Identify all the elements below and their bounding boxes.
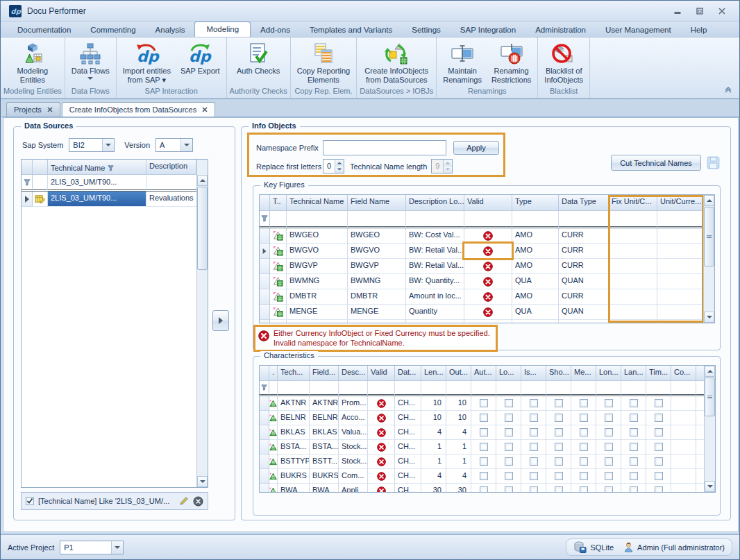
attribute-checkbox[interactable] <box>505 457 513 466</box>
spin-down-icon[interactable] <box>335 167 344 173</box>
attribute-checkbox[interactable] <box>630 472 638 480</box>
column-header[interactable]: Technical Name <box>287 195 348 211</box>
chevron-down-icon[interactable] <box>180 139 192 151</box>
unit-currency-cell[interactable] <box>657 289 703 305</box>
attribute-checkbox[interactable] <box>480 399 488 407</box>
spin-up-icon[interactable] <box>335 160 344 167</box>
attribute-checkbox[interactable] <box>505 428 513 436</box>
column-header[interactable]: Lo... <box>496 366 521 381</box>
fix-unit-cell[interactable] <box>609 259 657 274</box>
menu-tab-settings[interactable]: Settings <box>402 23 451 37</box>
column-header[interactable]: Lan... <box>621 366 646 381</box>
tab-close-icon[interactable] <box>202 105 208 114</box>
attribute-checkbox[interactable] <box>530 443 538 451</box>
apply-button[interactable]: Apply <box>453 141 499 155</box>
attribute-checkbox[interactable] <box>630 457 638 466</box>
filter-funnel-icon[interactable] <box>108 165 114 171</box>
attribute-checkbox[interactable] <box>605 414 613 422</box>
fix-unit-cell[interactable] <box>609 228 657 244</box>
transfer-right-button[interactable] <box>212 310 229 331</box>
attribute-checkbox[interactable] <box>605 486 613 493</box>
create-infoobjects-button[interactable]: Create InfoObjects from DataSources <box>361 39 432 86</box>
attribute-checkbox[interactable] <box>555 486 563 493</box>
attribute-checkbox[interactable] <box>480 486 488 493</box>
menu-tab-analysis[interactable]: Analysis <box>146 23 195 37</box>
column-header[interactable]: T.. <box>270 195 287 211</box>
attribute-checkbox[interactable] <box>505 414 513 422</box>
characteristic-row[interactable]: BELNR BELNR Acco... CH... 10 10 <box>260 411 715 425</box>
column-header[interactable]: Valid <box>464 195 512 211</box>
attribute-checkbox[interactable] <box>580 472 588 480</box>
key-figure-row[interactable]: NOPOS NOPOS Counter for St... NUM DEC <box>260 320 714 323</box>
fix-unit-cell[interactable] <box>609 289 657 305</box>
copy-reporting-elements-button[interactable]: Copy Reporting Elements <box>294 39 353 86</box>
scroll-down-arrow[interactable] <box>705 481 715 492</box>
active-project-combo[interactable]: P1 <box>60 541 124 554</box>
scroll-up-arrow[interactable] <box>197 175 208 186</box>
characteristic-row[interactable]: BKLAS BKLAS Valua... CH... 4 4 <box>260 425 715 440</box>
attribute-checkbox[interactable] <box>630 414 638 422</box>
namespace-prefix-input[interactable] <box>323 140 446 155</box>
key-figure-row[interactable]: BWGVP BWGVP BW: Retail Val... AMO CURR <box>260 259 714 274</box>
attribute-checkbox[interactable] <box>655 443 663 451</box>
column-header[interactable]: Sho... <box>546 366 571 381</box>
chevron-down-icon[interactable] <box>111 541 123 554</box>
column-header[interactable]: Desc... <box>339 366 368 381</box>
attribute-checkbox[interactable] <box>505 486 513 493</box>
fix-unit-cell[interactable] <box>609 320 657 323</box>
characteristic-row[interactable]: AKTNR AKTNR Prom... CH... 10 10 <box>260 396 715 411</box>
blacklist-infoobjects-button[interactable]: Blacklist of InfoObjects <box>541 39 587 86</box>
column-header[interactable]: . <box>269 366 278 381</box>
edit-filter-pencil-icon[interactable] <box>179 496 189 506</box>
attribute-checkbox[interactable] <box>555 443 563 451</box>
datasource-row[interactable]: 2LIS_03_UM/T90... Revaluations <box>22 192 208 207</box>
column-header[interactable]: Len... <box>421 366 446 381</box>
attribute-checkbox[interactable] <box>605 428 613 436</box>
chevron-down-icon[interactable] <box>102 139 114 151</box>
attribute-checkbox[interactable] <box>580 457 588 466</box>
attribute-checkbox[interactable] <box>480 428 488 436</box>
key-figure-row[interactable]: BWGVO BWGVO BW: Retail Val... AMO CURR <box>260 244 714 259</box>
unit-currency-cell[interactable] <box>657 244 703 259</box>
column-header[interactable]: Tim... <box>646 366 671 381</box>
close-button[interactable] <box>716 6 728 16</box>
datasource-table-scrollbar[interactable] <box>196 160 208 487</box>
attribute-checkbox[interactable] <box>580 414 588 422</box>
version-combo[interactable]: A <box>155 138 193 152</box>
attribute-checkbox[interactable] <box>555 428 563 436</box>
tab-close-icon[interactable] <box>47 105 53 114</box>
column-header[interactable]: Dat... <box>395 366 421 381</box>
scroll-up-arrow[interactable] <box>704 195 714 206</box>
cut-technical-names-button[interactable]: Cut Technical Names <box>611 155 701 171</box>
replace-first-letters-spinner[interactable]: 0 <box>323 159 344 173</box>
attribute-checkbox[interactable] <box>630 428 638 436</box>
attribute-checkbox[interactable] <box>655 457 663 466</box>
attribute-checkbox[interactable] <box>655 399 663 407</box>
attribute-checkbox[interactable] <box>530 414 538 422</box>
ribbon-collapse-chevron[interactable] <box>724 87 732 95</box>
column-header[interactable]: Tech... <box>278 366 310 381</box>
sap-system-combo[interactable]: BI2 <box>69 138 115 152</box>
import-entities-button[interactable]: dp Import entities from SAP ▾ <box>119 39 174 86</box>
fix-unit-cell[interactable] <box>609 244 657 259</box>
unit-currency-cell[interactable] <box>657 259 703 274</box>
attribute-checkbox[interactable] <box>605 472 613 480</box>
attribute-checkbox[interactable] <box>530 428 538 436</box>
scroll-down-arrow[interactable] <box>704 312 714 323</box>
key-figures-scrollbar[interactable] <box>703 195 714 323</box>
scrollbar-thumb[interactable] <box>705 377 715 416</box>
attribute-checkbox[interactable] <box>505 443 513 451</box>
data-flows-dropdown-arrow[interactable] <box>87 77 93 80</box>
attribute-checkbox[interactable] <box>580 428 588 436</box>
filter-technical-name-cell[interactable]: 2LIS_03_UM/T90... <box>48 175 146 192</box>
attribute-checkbox[interactable] <box>555 414 563 422</box>
column-header[interactable]: Field... <box>310 366 339 381</box>
attribute-checkbox[interactable] <box>630 486 638 493</box>
menu-tab-administration[interactable]: Administration <box>525 23 596 37</box>
column-header[interactable]: Aut... <box>471 366 496 381</box>
column-header[interactable]: Co... <box>671 366 696 381</box>
scrollbar-thumb[interactable] <box>704 207 714 266</box>
attribute-checkbox[interactable] <box>605 457 613 466</box>
unit-currency-cell[interactable] <box>657 320 703 323</box>
column-header[interactable]: Lon... <box>596 366 621 381</box>
